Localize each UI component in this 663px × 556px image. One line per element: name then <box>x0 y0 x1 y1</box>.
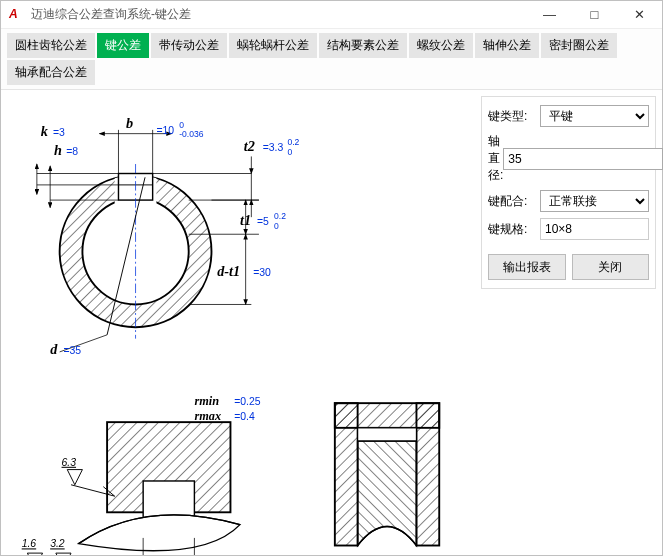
tol-t1-up: 0.2 <box>274 211 286 221</box>
content-area: k =3 h =8 b =10 0 -0.036 t2 =3.3 0.2 0 t… <box>1 90 662 555</box>
maximize-button[interactable]: □ <box>572 1 617 28</box>
value-b-top: =10 <box>156 125 174 136</box>
label-rmin: rmin <box>194 394 219 408</box>
window-title: 迈迪综合公差查询系统-键公差 <box>31 6 527 23</box>
select-key-type[interactable]: 平键 <box>540 105 649 127</box>
label-h: h <box>54 142 62 158</box>
value-h: =8 <box>66 146 78 157</box>
select-key-fit[interactable]: 正常联接 <box>540 190 649 212</box>
value-d-t1: =30 <box>253 267 271 278</box>
app-window: A 迈迪综合公差查询系统-键公差 — □ ✕ 圆柱齿轮公差 键公差 带传动公差 … <box>0 0 663 556</box>
close-button[interactable]: 关闭 <box>572 254 650 280</box>
tab-worm-gear[interactable]: 蜗轮蜗杆公差 <box>229 33 317 58</box>
value-k: =3 <box>53 127 65 138</box>
value-t1: =5 <box>257 216 269 227</box>
svg-rect-38 <box>335 403 439 428</box>
label-t1: t1 <box>240 212 251 228</box>
tol-t2-up: 0.2 <box>287 137 299 147</box>
value-rmin: =0.25 <box>234 396 261 407</box>
title-bar: A 迈迪综合公差查询系统-键公差 — □ ✕ <box>1 1 662 29</box>
report-button[interactable]: 输出报表 <box>488 254 566 280</box>
tab-key[interactable]: 键公差 <box>97 33 149 58</box>
tab-belt-drive[interactable]: 带传动公差 <box>151 33 227 58</box>
close-window-button[interactable]: ✕ <box>617 1 662 28</box>
tab-thread[interactable]: 螺纹公差 <box>409 33 473 58</box>
window-buttons: — □ ✕ <box>527 1 662 28</box>
minimize-button[interactable]: — <box>527 1 572 28</box>
tab-seal-ring[interactable]: 密封圈公差 <box>541 33 617 58</box>
diagram-area: k =3 h =8 b =10 0 -0.036 t2 =3.3 0.2 0 t… <box>1 90 477 555</box>
label-k: k <box>41 123 48 139</box>
rough-1-6: 1.6 <box>22 538 37 549</box>
label-shaft-dia: 轴直径: <box>488 133 503 184</box>
value-t2: =3.3 <box>263 142 284 153</box>
tab-shaft-ext[interactable]: 轴伸公差 <box>475 33 539 58</box>
tol-t2-low: 0 <box>287 147 292 157</box>
rough-3-2: 3.2 <box>50 538 65 549</box>
input-shaft-dia[interactable] <box>503 148 663 170</box>
static-key-spec: 10×8 <box>540 218 649 240</box>
rough-6-3: 6.3 <box>62 457 77 468</box>
app-logo-icon: A <box>9 7 25 23</box>
label-key-type: 键类型: <box>488 108 540 125</box>
tol-b-low: -0.036 <box>179 129 203 139</box>
label-t2: t2 <box>244 138 255 154</box>
tab-bar: 圆柱齿轮公差 键公差 带传动公差 蜗轮蜗杆公差 结构要素公差 螺纹公差 轴伸公差… <box>1 29 662 90</box>
tab-structural[interactable]: 结构要素公差 <box>319 33 407 58</box>
tol-t1-low: 0 <box>274 221 279 231</box>
technical-drawing: k =3 h =8 b =10 0 -0.036 t2 =3.3 0.2 0 t… <box>1 90 477 555</box>
svg-rect-39 <box>358 428 417 441</box>
label-d: d <box>50 341 58 357</box>
tab-bearing-fit[interactable]: 轴承配合公差 <box>7 60 95 85</box>
label-b-top: b <box>126 115 133 131</box>
label-d-t1: d-t1 <box>217 263 240 279</box>
side-form-panel: 键类型: 平键 轴直径: 键配合: 正常联接 键规格: 10×8 输出报表 <box>481 96 656 289</box>
tab-cylindrical-gear[interactable]: 圆柱齿轮公差 <box>7 33 95 58</box>
value-d: =35 <box>63 345 81 356</box>
value-rmax: =0.4 <box>234 411 255 422</box>
label-key-fit: 键配合: <box>488 193 540 210</box>
label-rmax: rmax <box>194 409 221 423</box>
label-key-spec: 键规格: <box>488 221 540 238</box>
tol-b-up: 0 <box>179 120 184 130</box>
